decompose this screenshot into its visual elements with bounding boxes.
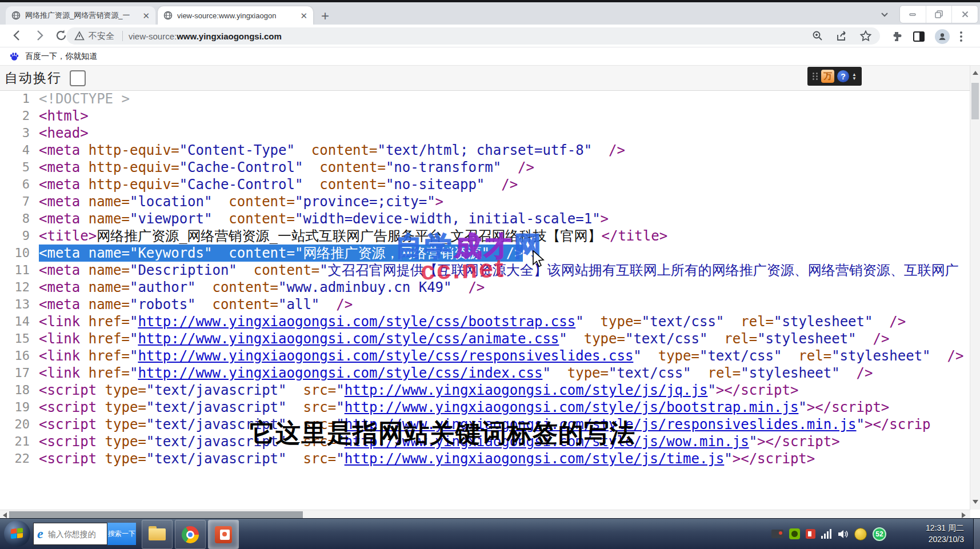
vertical-scroll-thumb[interactable] — [971, 83, 979, 119]
share-icon[interactable] — [835, 30, 848, 42]
toolbar-right-icons — [890, 29, 963, 44]
line-number: 6 — [0, 176, 39, 193]
start-button[interactable] — [4, 520, 30, 547]
source-token: ></script> — [733, 451, 815, 467]
line-number: 1 — [0, 90, 39, 107]
plugin-tray-icon[interactable] — [806, 529, 815, 539]
recorder-logo-icon[interactable]: 万 — [821, 70, 834, 83]
recorder-tray-icon[interactable] — [771, 530, 783, 538]
source-token: > — [601, 211, 609, 227]
source-token: <script — [39, 451, 105, 467]
show-desktop-button[interactable] — [973, 519, 980, 549]
taskbar-search-input[interactable] — [47, 529, 99, 539]
menu-kebab-icon[interactable] — [959, 30, 963, 43]
source-token: "Description" — [130, 262, 237, 278]
antivirus-tray-icon[interactable] — [854, 528, 867, 540]
score-badge[interactable]: 52 — [873, 527, 886, 541]
bookmark-star-icon[interactable] — [859, 30, 872, 42]
address-bar[interactable]: 不安全 view-source:www.yingxiaogongsi.com — [66, 27, 880, 45]
source-token: " — [798, 399, 806, 415]
minimize-button[interactable] — [900, 6, 926, 23]
screen-recorder-widget[interactable]: 万 ? ▲▼ — [807, 67, 862, 86]
tab-search-chevron-icon[interactable] — [880, 10, 889, 19]
source-token: <script — [39, 382, 105, 398]
scroll-up-arrow[interactable] — [973, 71, 978, 75]
source-token: <title> — [39, 228, 97, 244]
scroll-down-arrow[interactable] — [973, 500, 978, 504]
source-line: 5<meta http-equiv="Cache-Control" conten… — [0, 159, 970, 176]
new-tab-button[interactable]: + — [321, 8, 329, 24]
line-number: 13 — [0, 296, 39, 313]
source-line: 2<html> — [0, 107, 970, 125]
source-line: 14<link href="http://www.yingxiaogongsi.… — [0, 313, 970, 330]
source-token: "stylesheet" — [831, 348, 930, 364]
source-token: type= — [567, 331, 625, 347]
source-token: type= — [105, 434, 146, 450]
source-token: <link — [39, 365, 89, 381]
source-link[interactable]: http://www.yingxiaogongsi.com/style/js/t… — [345, 451, 725, 467]
source-link[interactable]: http://www.yingxiaogongsi.com/style/css/… — [138, 365, 542, 381]
source-token: http-equiv= — [89, 177, 179, 193]
source-token: name= — [89, 296, 130, 312]
source-token: "text/css" — [699, 348, 782, 364]
extensions-puzzle-icon[interactable] — [890, 30, 903, 43]
source-token: rel= — [707, 331, 757, 347]
windows-taskbar: e 搜索一下 52 12:31 周二 2023/10/3 — [0, 518, 980, 549]
line-wrap-checkbox[interactable] — [70, 70, 86, 86]
not-secure-warning-icon[interactable] — [74, 31, 85, 41]
widget-collapse-arrows[interactable]: ▲▼ — [852, 73, 857, 81]
vertical-scrollbar[interactable] — [970, 66, 980, 510]
source-token: <link — [39, 314, 89, 330]
scroll-left-arrow[interactable] — [3, 512, 7, 518]
powerpoint-icon — [215, 526, 232, 543]
source-token: ></scrip — [865, 416, 931, 432]
bookmark-baidu[interactable]: 百度一下，你就知道 — [25, 51, 97, 62]
taskbar-chrome-button[interactable] — [175, 520, 206, 549]
source-token: "text/css" — [642, 314, 725, 330]
source-link[interactable]: http://www.yingxiaogongsi.com/style/css/… — [138, 331, 559, 347]
close-button[interactable] — [952, 6, 978, 23]
tab-close-icon[interactable]: ✕ — [142, 11, 150, 20]
network-signal-icon[interactable] — [821, 529, 831, 539]
source-link[interactable]: http://www.yingxiaogongsi.com/style/css/… — [138, 348, 633, 364]
side-panel-icon[interactable] — [913, 30, 925, 43]
restore-button[interactable] — [926, 6, 953, 23]
nvidia-tray-icon[interactable] — [789, 528, 800, 539]
forward-button[interactable] — [33, 29, 46, 42]
source-token: href= — [89, 331, 130, 347]
source-line: 18<script type="text/javascript" src="ht… — [0, 382, 970, 399]
source-link[interactable]: http://www.yingxiaogongsi.com/style/js/b… — [345, 399, 799, 415]
line-number: 5 — [0, 159, 39, 176]
source-token: <meta — [39, 262, 89, 278]
source-token: " — [130, 348, 138, 364]
profile-avatar[interactable] — [935, 29, 950, 44]
taskbar-powerpoint-button[interactable] — [208, 520, 239, 549]
taskbar-search-button[interactable]: 搜索一下 — [107, 523, 136, 545]
browser-toolbar: 不安全 view-source:www.yingxiaogongsi.com — [0, 25, 980, 47]
taskbar-explorer-button[interactable] — [142, 520, 173, 549]
source-token: <!DOCTYPE > — [39, 91, 130, 107]
source-token: type= — [105, 399, 146, 415]
watermark-domain: cc.net — [420, 253, 506, 286]
taskbar-clock[interactable]: 12:31 周二 2023/10/3 — [926, 522, 964, 545]
horizontal-scroll-thumb[interactable] — [9, 511, 303, 518]
help-icon[interactable]: ? — [837, 70, 849, 82]
zoom-icon[interactable] — [811, 30, 824, 42]
source-link[interactable]: http://www.yingxiaogongsi.com/style/js/j… — [345, 382, 708, 398]
source-token: src= — [286, 399, 336, 415]
source-token: src= — [286, 451, 336, 467]
back-button[interactable] — [10, 29, 24, 42]
line-number: 8 — [0, 210, 39, 227]
volume-icon[interactable] — [837, 529, 849, 539]
tab-view-source[interactable]: view-source:www.yingxiaogon ✕ — [158, 6, 313, 25]
tab-close-icon[interactable]: ✕ — [300, 11, 307, 20]
drag-handle-dots[interactable] — [813, 73, 818, 80]
globe-favicon — [11, 11, 21, 20]
scroll-right-arrow[interactable] — [962, 512, 966, 518]
source-link[interactable]: http://www.yingxiaogongsi.com/style/css/… — [138, 314, 575, 330]
source-token: > — [435, 194, 443, 210]
source-token: content= — [212, 211, 295, 227]
taskbar-search-box[interactable]: e — [33, 523, 107, 545]
line-number: 11 — [0, 262, 39, 279]
tab-site[interactable]: 网络推广资源_网络营销资源_一 ✕ — [6, 6, 155, 25]
